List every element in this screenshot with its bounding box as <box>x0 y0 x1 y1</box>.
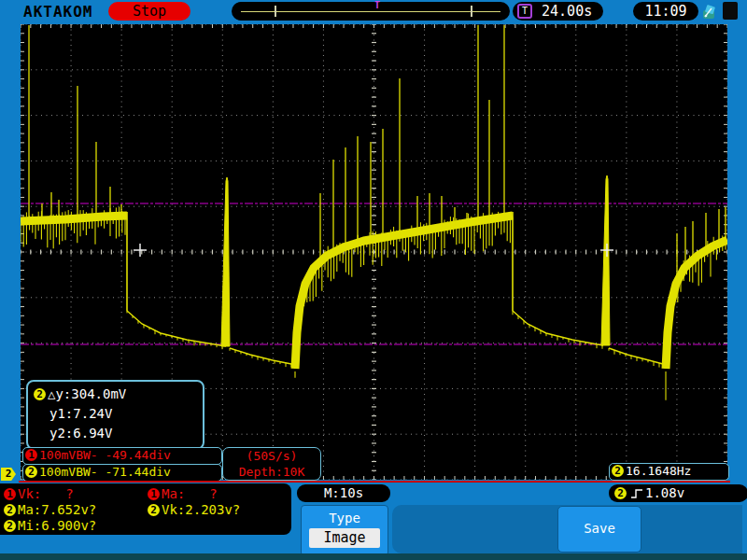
ch2-position: -71.44div <box>105 465 170 479</box>
measurement-item: 2Vk:2.203v? <box>148 502 240 517</box>
ch2-badge-icon: 2 <box>614 487 627 499</box>
measurement-item: 1Vk:? <box>4 486 74 501</box>
ch2-badge-icon: 2 <box>34 388 46 400</box>
ch1-badge-icon: 1 <box>4 488 16 500</box>
measurement-item: 2Ma:7.652v? <box>4 502 96 517</box>
trigger-level-value: 1.08v <box>645 485 684 500</box>
ch2-badge-icon: 2 <box>4 520 16 532</box>
window-end-marker <box>471 6 472 17</box>
type-label: Type <box>302 511 388 525</box>
oscilloscope-screen: AKTAKOM Stop T T 24.00s 11:09 2 2△y:304.… <box>0 0 747 560</box>
save-button[interactable]: Save <box>557 506 641 553</box>
acquisition-status-badge: Stop <box>108 2 190 21</box>
measurement-item: 1Ma:? <box>148 486 218 501</box>
ch2-scale: 100mVBW- <box>39 465 98 479</box>
trigger-time-readout: T 24.00s <box>513 2 603 21</box>
ch2-badge-icon: 2 <box>25 466 37 478</box>
record-position-bar: T <box>232 2 510 21</box>
measurement-panel: 1Vk:? 1Ma:? 2Ma:7.652v? 2Vk:2.203v? 2Mi:… <box>0 483 291 535</box>
cursor-y2: y2:6.94V <box>34 424 203 443</box>
clock: 11:09 <box>633 2 698 21</box>
timebase-readout: M:10s <box>297 484 390 502</box>
display-bottom-divider <box>19 481 730 483</box>
ch1-badge-icon: 1 <box>148 488 160 500</box>
window-start-marker <box>275 6 276 17</box>
ch2-badge-icon: 2 <box>612 465 624 477</box>
trigger-t-icon: T <box>517 4 532 19</box>
rising-edge-icon <box>630 488 643 499</box>
sample-rate: (50S/s) <box>223 448 320 464</box>
trigger-level-readout: 21.08v <box>609 484 747 502</box>
storage-device-icon <box>723 2 738 20</box>
ch1-scale: 100mVBW- <box>39 448 98 462</box>
cursor-delta-y: △y:304.0mV <box>48 386 126 401</box>
frequency-value: 16.1648Hz <box>626 464 691 478</box>
type-softkey-button[interactable]: Type Image <box>301 505 388 556</box>
memory-depth: Depth:10K <box>223 464 320 480</box>
ch1-info-box: 1100mVBW- -49.44div <box>22 447 222 465</box>
sample-rate-box: (50S/s) Depth:10K <box>222 447 321 481</box>
ch2-info-box: 2100mVBW- -71.44div <box>22 464 222 482</box>
record-line <box>241 11 500 12</box>
ch1-position: -49.44div <box>105 448 170 462</box>
frequency-counter: 216.1648Hz <box>609 463 729 481</box>
type-selected-value[interactable]: Image <box>309 528 380 548</box>
ch2-position-marker: 2 <box>1 468 16 481</box>
bottom-strip <box>0 553 747 560</box>
brand-logo: AKTAKOM <box>23 3 92 21</box>
usb-icon <box>700 3 719 21</box>
measurement-item: 2Mi:6.900v? <box>4 518 96 533</box>
cursor-readout-box: 2△y:304.0mV y1:7.24V y2:6.94V <box>26 380 204 450</box>
trigger-position-marker: T <box>374 0 380 10</box>
trigger-time-value: 24.00s <box>542 3 592 20</box>
cursor-y1: y1:7.24V <box>34 404 203 424</box>
ch1-badge-icon: 1 <box>25 449 37 461</box>
ch2-badge-icon: 2 <box>4 504 16 516</box>
ch2-badge-icon: 2 <box>148 504 160 516</box>
